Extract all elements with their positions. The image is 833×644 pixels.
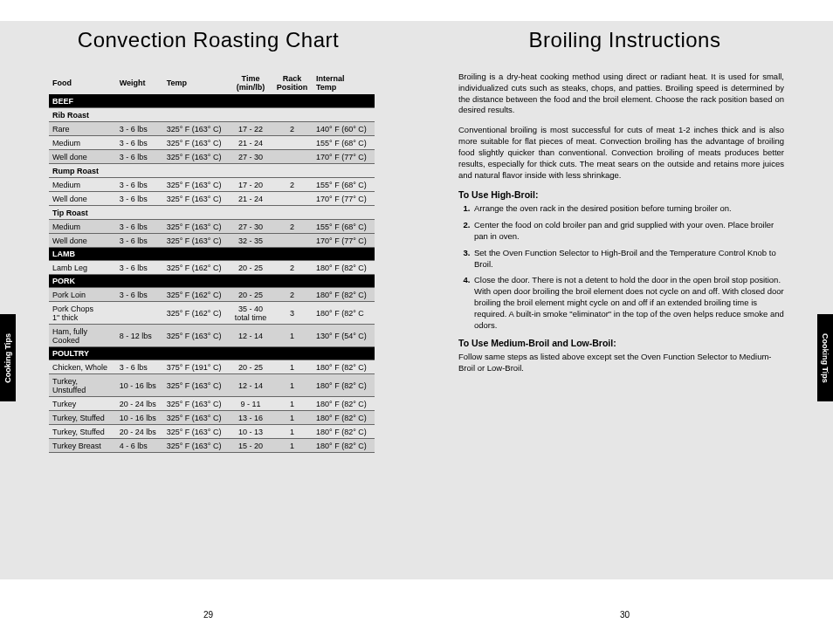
cell <box>163 164 230 178</box>
cell: 325° F (163° C) <box>163 178 230 192</box>
cell: Pork Chops1" thick <box>49 302 116 325</box>
cell: Lamb Leg <box>49 261 116 275</box>
cell: 325° F (163° C) <box>163 220 230 234</box>
cell: Rare <box>49 122 116 136</box>
cell: 325° F (162° C) <box>163 302 230 325</box>
cell: 27 - 30 <box>230 220 272 234</box>
section-cell: POULTRY <box>49 347 375 360</box>
cell: Well done <box>49 150 116 164</box>
step-item: Close the door. There is not a detent to… <box>472 275 784 331</box>
cell: 140° F (60° C) <box>313 122 375 136</box>
table-row: Lamb Leg3 - 6 lbs325° F (162° C)20 - 252… <box>49 261 375 275</box>
cell: 325° F (163° C) <box>163 192 230 206</box>
cell: 20 - 25 <box>230 288 272 302</box>
table-row: PORK <box>49 275 375 288</box>
cell: 35 - 40total time <box>230 302 272 325</box>
cell <box>272 192 313 206</box>
cell: 1 <box>272 411 313 425</box>
cell: 3 - 6 lbs <box>116 220 163 234</box>
cell <box>230 206 272 220</box>
cell: 3 - 6 lbs <box>116 234 163 248</box>
cell: 3 - 6 lbs <box>116 261 163 275</box>
cell: 2 <box>272 220 313 234</box>
table-row: Ham, fullyCooked8 - 12 lbs325° F (163° C… <box>49 325 375 347</box>
cell <box>116 108 163 122</box>
table-row: BEEF <box>49 95 375 108</box>
cell: 3 - 6 lbs <box>116 136 163 150</box>
med-low-broil-heading: To Use Medium-Broil and Low-Broil: <box>458 338 784 348</box>
cell: 325° F (163° C) <box>163 150 230 164</box>
table-row: Rump Roast <box>49 164 375 178</box>
cell: 180° F (82° C) <box>313 411 375 425</box>
cell: 20 - 24 lbs <box>116 425 163 439</box>
cell: 1 <box>272 374 313 397</box>
step-item: Set the Oven Function Selector to High-B… <box>472 248 784 271</box>
cell: 155° F (68° C) <box>313 178 375 192</box>
cell: 325° F (163° C) <box>163 425 230 439</box>
cell: Turkey Breast <box>49 439 116 453</box>
side-tab-left: Cooking Tips <box>0 314 16 401</box>
left-page: Cooking Tips Convection Roasting Chart F… <box>0 0 416 644</box>
cell <box>116 302 163 325</box>
cell: 325° F (163° C) <box>163 411 230 425</box>
cell <box>163 108 230 122</box>
cell: 13 - 16 <box>230 411 272 425</box>
table-row: Well done3 - 6 lbs325° F (163° C)21 - 24… <box>49 192 375 206</box>
cell: Medium <box>49 178 116 192</box>
table-header-row: FoodWeightTempTime(min/lb)RackPositionIn… <box>49 72 375 95</box>
cell: 3 - 6 lbs <box>116 178 163 192</box>
cell <box>230 164 272 178</box>
cell: 15 - 20 <box>230 439 272 453</box>
table-row: Pork Loin3 - 6 lbs325° F (162° C)20 - 25… <box>49 288 375 302</box>
section-cell: PORK <box>49 275 375 288</box>
intro-para-1: Broiling is a dry-heat cooking method us… <box>458 72 784 116</box>
cell: 2 <box>272 288 313 302</box>
cell: 10 - 16 lbs <box>116 411 163 425</box>
table-row: Pork Chops1" thick325° F (162° C)35 - 40… <box>49 302 375 325</box>
cell: 325° F (163° C) <box>163 439 230 453</box>
cell: 17 - 20 <box>230 178 272 192</box>
cell <box>272 136 313 150</box>
table-row: Turkey,Unstuffed10 - 16 lbs325° F (163° … <box>49 374 375 397</box>
table-row: Turkey20 - 24 lbs325° F (163° C)9 - 1111… <box>49 397 375 411</box>
med-low-broil-para: Follow same steps as listed above except… <box>458 352 784 374</box>
cell: 32 - 35 <box>230 234 272 248</box>
cell: 180° F (82° C) <box>313 439 375 453</box>
table-row: Rare3 - 6 lbs325° F (163° C)17 - 222140°… <box>49 122 375 136</box>
table-row: Medium3 - 6 lbs325° F (163° C)21 - 24155… <box>49 136 375 150</box>
cell: 3 - 6 lbs <box>116 150 163 164</box>
cell: 180° F (82° C <box>313 302 375 325</box>
cell: 325° F (163° C) <box>163 397 230 411</box>
cell: Turkey, Stuffed <box>49 425 116 439</box>
left-content: FoodWeightTempTime(min/lb)RackPositionIn… <box>0 72 416 453</box>
left-title: Convection Roasting Chart <box>0 28 416 52</box>
cell: 10 - 13 <box>230 425 272 439</box>
cell: 130° F (54° C) <box>313 325 375 347</box>
cell: Well done <box>49 234 116 248</box>
cell: 3 - 6 lbs <box>116 192 163 206</box>
cell: 20 - 25 <box>230 360 272 374</box>
cell: 325° F (163° C) <box>163 234 230 248</box>
col-header: InternalTemp <box>313 72 375 95</box>
cell: 9 - 11 <box>230 397 272 411</box>
cell: Turkey,Unstuffed <box>49 374 116 397</box>
cell: 325° F (162° C) <box>163 288 230 302</box>
roasting-table: FoodWeightTempTime(min/lb)RackPositionIn… <box>49 72 375 453</box>
cell: 3 - 6 lbs <box>116 360 163 374</box>
table-row: Turkey, Stuffed20 - 24 lbs325° F (163° C… <box>49 425 375 439</box>
cell: 2 <box>272 122 313 136</box>
right-page: Cooking Tips Broiling Instructions Broil… <box>416 0 833 644</box>
cell: Pork Loin <box>49 288 116 302</box>
cell <box>116 164 163 178</box>
table-row: Well done3 - 6 lbs325° F (163° C)27 - 30… <box>49 150 375 164</box>
col-header: Weight <box>116 72 163 95</box>
left-page-number: 29 <box>0 610 416 620</box>
col-header: Time(min/lb) <box>230 72 272 95</box>
table-row: Medium3 - 6 lbs325° F (163° C)27 - 30215… <box>49 220 375 234</box>
cell: 1 <box>272 439 313 453</box>
cell: 1 <box>272 360 313 374</box>
cell: 27 - 30 <box>230 150 272 164</box>
cell: 3 <box>272 302 313 325</box>
cell <box>313 108 375 122</box>
right-content: Broiling is a dry-heat cooking method us… <box>416 72 833 374</box>
